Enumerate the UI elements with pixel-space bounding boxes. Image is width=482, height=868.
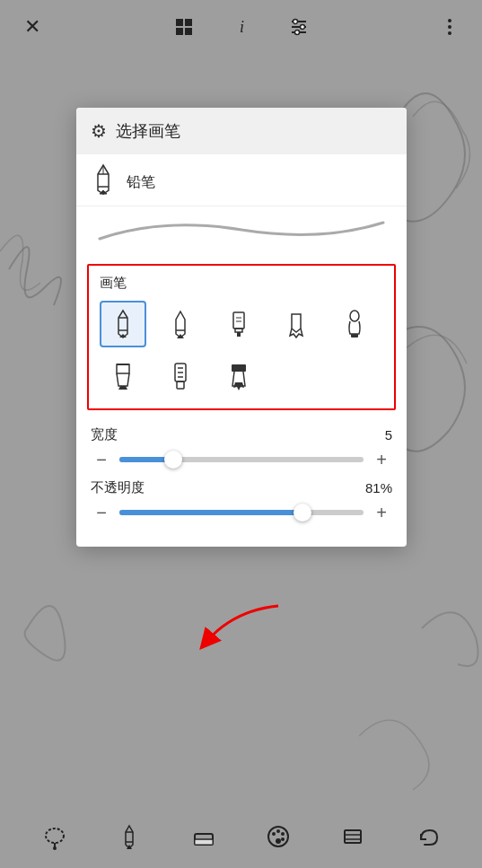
width-label-row: 宽度 5 bbox=[91, 426, 392, 443]
width-decrease-button[interactable]: − bbox=[91, 449, 112, 470]
brush-pencil[interactable] bbox=[100, 301, 146, 347]
svg-rect-35 bbox=[177, 381, 184, 389]
svg-point-51 bbox=[272, 832, 276, 836]
svg-rect-25 bbox=[233, 312, 244, 329]
filter-button[interactable] bbox=[281, 9, 317, 45]
eraser-tool-button[interactable] bbox=[184, 817, 223, 856]
brush-6[interactable] bbox=[100, 353, 146, 399]
top-toolbar: ✕ i bbox=[0, 0, 482, 54]
width-slider-track[interactable] bbox=[119, 457, 364, 462]
opacity-label-row: 不透明度 81% bbox=[91, 479, 392, 496]
dialog-title: 选择画笔 bbox=[116, 120, 180, 142]
opacity-increase-button[interactable]: + bbox=[371, 502, 392, 523]
svg-point-10 bbox=[294, 31, 299, 35]
center-toolbar-icons: i bbox=[166, 9, 317, 45]
svg-rect-2 bbox=[176, 28, 183, 35]
bottom-toolbar bbox=[0, 805, 482, 868]
brush-grid-row2 bbox=[100, 353, 383, 399]
svg-rect-26 bbox=[235, 329, 242, 332]
width-slider-controls: − + bbox=[91, 449, 392, 470]
opacity-slider-row: 不透明度 81% − + bbox=[91, 479, 392, 523]
svg-rect-1 bbox=[185, 19, 192, 26]
brush-2[interactable] bbox=[157, 301, 204, 347]
brush-select-dialog: ⚙ 选择画笔 铅笔 画笔 bbox=[76, 108, 407, 547]
sliders-section: 宽度 5 − + 不透明度 81% − bbox=[76, 417, 407, 547]
svg-rect-27 bbox=[237, 332, 241, 337]
more-button[interactable] bbox=[432, 9, 468, 45]
opacity-label: 不透明度 bbox=[91, 479, 145, 496]
svg-rect-3 bbox=[185, 28, 192, 35]
undo-button[interactable] bbox=[408, 817, 447, 856]
svg-point-30 bbox=[350, 311, 359, 321]
svg-point-9 bbox=[300, 25, 304, 30]
svg-rect-0 bbox=[176, 19, 183, 26]
svg-rect-39 bbox=[232, 364, 246, 372]
brush-8[interactable] bbox=[215, 353, 262, 399]
width-slider-row: 宽度 5 − + bbox=[91, 426, 392, 470]
width-slider-thumb[interactable] bbox=[164, 451, 182, 469]
svg-text:i: i bbox=[240, 18, 244, 36]
svg-point-42 bbox=[53, 846, 57, 850]
width-value: 5 bbox=[385, 427, 392, 443]
brush-grid-row1 bbox=[100, 301, 383, 347]
stroke-preview bbox=[91, 210, 392, 253]
svg-point-55 bbox=[276, 838, 281, 844]
opacity-slider-controls: − + bbox=[91, 502, 392, 523]
brush-name-label: 铅笔 bbox=[127, 173, 155, 192]
pencil-tool-button[interactable] bbox=[110, 817, 149, 856]
opacity-slider-track[interactable] bbox=[119, 510, 364, 515]
svg-marker-19 bbox=[118, 311, 127, 338]
arrow-annotation bbox=[180, 601, 287, 659]
svg-point-52 bbox=[276, 829, 280, 833]
svg-rect-32 bbox=[117, 364, 129, 373]
svg-point-8 bbox=[293, 20, 297, 24]
width-increase-button[interactable]: + bbox=[371, 449, 392, 470]
svg-point-13 bbox=[448, 31, 451, 35]
brush-4[interactable] bbox=[273, 301, 320, 347]
brush-section-title: 画笔 bbox=[100, 275, 383, 292]
pencil-preview-icon bbox=[91, 163, 116, 202]
grid-button[interactable] bbox=[166, 9, 202, 45]
lasso-tool-button[interactable] bbox=[35, 817, 74, 856]
palette-tool-button[interactable] bbox=[259, 817, 298, 856]
layers-tool-button[interactable] bbox=[333, 817, 372, 856]
width-label: 宽度 bbox=[91, 426, 118, 443]
opacity-decrease-button[interactable]: − bbox=[91, 502, 112, 523]
svg-rect-48 bbox=[195, 839, 213, 845]
opacity-slider-thumb[interactable] bbox=[294, 504, 311, 522]
svg-point-54 bbox=[281, 837, 285, 841]
opacity-value: 81% bbox=[365, 480, 392, 495]
svg-point-53 bbox=[281, 832, 285, 836]
dialog-header: ⚙ 选择画笔 bbox=[76, 108, 407, 154]
svg-point-41 bbox=[46, 829, 64, 843]
opacity-slider-fill bbox=[119, 510, 302, 515]
brush-preview-section: 铅笔 bbox=[76, 154, 407, 206]
svg-rect-56 bbox=[345, 830, 361, 843]
brush-grid-section: 画笔 bbox=[87, 264, 396, 410]
close-button[interactable]: ✕ bbox=[14, 9, 50, 45]
info-button[interactable]: i bbox=[223, 9, 259, 45]
svg-point-12 bbox=[448, 25, 451, 29]
svg-point-11 bbox=[448, 19, 451, 22]
brush-5[interactable] bbox=[331, 301, 378, 347]
svg-rect-31 bbox=[351, 334, 358, 338]
settings-icon[interactable]: ⚙ bbox=[91, 120, 107, 142]
brush-7[interactable] bbox=[157, 353, 204, 399]
brush-3[interactable] bbox=[215, 301, 262, 347]
